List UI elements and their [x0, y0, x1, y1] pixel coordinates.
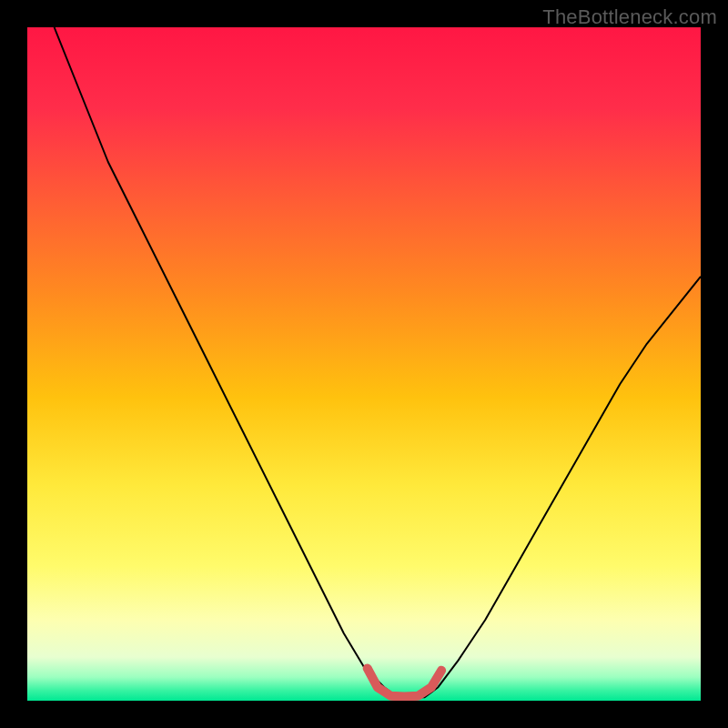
gradient-background	[27, 27, 701, 701]
plot-area	[27, 27, 701, 701]
bottleneck-curve-chart	[27, 27, 701, 701]
watermark-text: TheBottleneck.com	[542, 5, 717, 29]
chart-frame: TheBottleneck.com	[0, 0, 728, 728]
